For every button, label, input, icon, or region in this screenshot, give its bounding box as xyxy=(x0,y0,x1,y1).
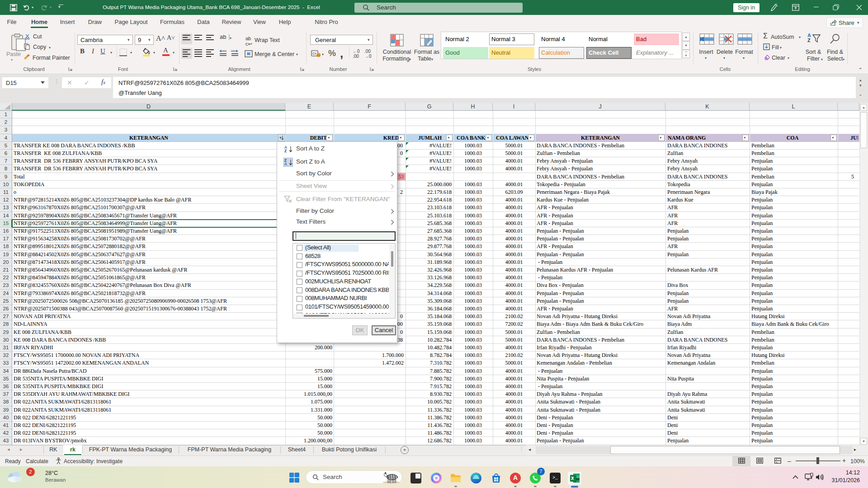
svg-text:X: X xyxy=(571,476,574,481)
svg-text:Cr: Cr xyxy=(312,52,316,56)
